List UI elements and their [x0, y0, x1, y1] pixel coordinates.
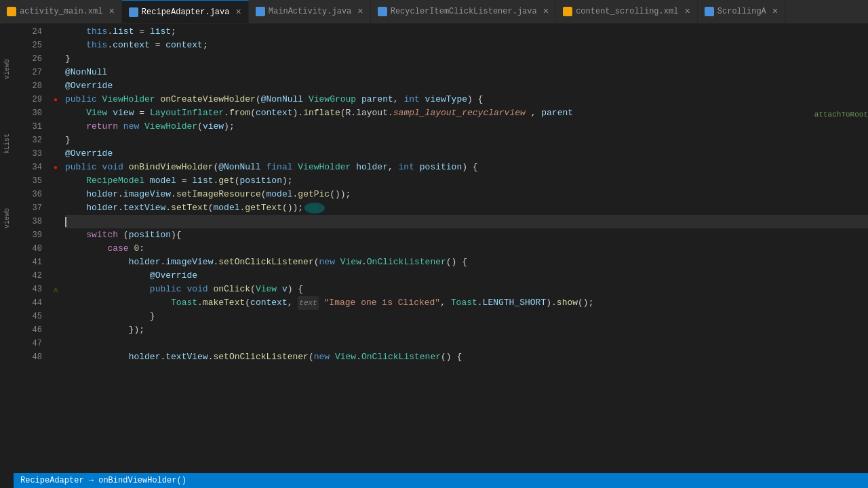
tab-label: content_scrolling.xml	[576, 7, 678, 16]
tab-recycler-listener[interactable]: RecyclerItemClickListener.java ×	[371, 0, 556, 24]
tab-label: RecipeAdapter.java	[142, 7, 230, 17]
xml-icon	[7, 7, 16, 16]
code-line-34: public void onBindViewHolder(@NonNull fi…	[65, 161, 868, 174]
sidebar-label-viewb: viewb	[3, 59, 11, 79]
code-line-48: holder.textView.setOnClickListener(new V…	[65, 350, 868, 364]
breakpoint-29[interactable]: ●	[49, 93, 62, 106]
code-line-44: Toast.makeText(context, text "Image one …	[65, 296, 868, 310]
close-icon[interactable]: ×	[684, 7, 690, 16]
code-line-32: }	[65, 134, 868, 147]
editor-container: viewb kList viewb 2425262728 2930313233 …	[0, 24, 868, 488]
tab-main-activity[interactable]: MainActivity.java ×	[249, 0, 371, 24]
close-icon[interactable]: ×	[235, 7, 241, 17]
warning-43[interactable]: ⚠	[49, 283, 62, 296]
tab-content-scrolling[interactable]: content_scrolling.xml ×	[556, 0, 698, 24]
code-area[interactable]: 2425262728 2930313233 3435363738 3940414…	[14, 24, 868, 488]
code-line-40: case 0:	[65, 242, 868, 256]
close-icon[interactable]: ×	[108, 7, 114, 16]
code-lines[interactable]: this.list = list; this.context = context…	[62, 24, 868, 473]
code-line-29: public ViewHolder onCreateViewHolder(@No…	[65, 93, 868, 106]
text-cursor	[65, 217, 66, 227]
code-line-28: @Override	[65, 79, 868, 93]
gutter-icons: ● ● ⚠	[49, 24, 62, 473]
code-line-24: this.list = list;	[65, 25, 868, 39]
code-line-25: this.context = context;	[65, 39, 868, 52]
close-icon[interactable]: ×	[772, 7, 778, 16]
line-numbers: 2425262728 2930313233 3435363738 3940414…	[14, 24, 49, 473]
tab-label: activity_main.xml	[20, 7, 102, 16]
tab-recipe-adapter[interactable]: RecipeAdapter.java ×	[122, 0, 249, 24]
code-line-42: @Override	[65, 269, 868, 283]
java-icon	[256, 7, 265, 16]
code-line-46: });	[65, 323, 868, 337]
code-line-37: holder.textView.setText(model.getText())…	[65, 201, 868, 215]
xml-icon	[563, 7, 572, 16]
java-icon	[378, 7, 387, 16]
code-line-33: @Override	[65, 147, 868, 161]
breadcrumb-text: RecipeAdapter → onBindViewHolder()	[20, 476, 186, 485]
tab-scrolling-a[interactable]: ScrollingA ×	[698, 0, 785, 24]
tab-activity-main[interactable]: activity_main.xml ×	[0, 0, 122, 24]
code-line-26: }	[65, 52, 868, 66]
tab-label: RecyclerItemClickListener.java	[391, 7, 537, 16]
code-line-43: public void onClick(View v) {	[65, 283, 868, 296]
tab-bar: activity_main.xml × RecipeAdapter.java ×…	[0, 0, 868, 24]
code-line-45: }	[65, 310, 868, 323]
code-line-27: @NonNull	[65, 66, 868, 79]
breadcrumb-bar: RecipeAdapter → onBindViewHolder()	[14, 473, 868, 488]
code-line-30: View view = LayoutInflater.from(context)…	[65, 106, 868, 120]
code-line-36: holder.imageView.setImageResource(model.…	[65, 188, 868, 201]
code-line-31: return new ViewHolder(view);	[65, 120, 868, 134]
sidebar-label-klist: kList	[3, 134, 11, 154]
code-line-35: RecipeModel model = list.get(position);	[65, 174, 868, 188]
close-icon[interactable]: ×	[357, 7, 363, 16]
close-icon[interactable]: ×	[543, 7, 549, 16]
tab-label: MainActivity.java	[269, 7, 351, 16]
code-line-47	[65, 337, 868, 350]
java-icon	[129, 7, 138, 17]
code-line-39: switch (position){	[65, 228, 868, 242]
code-line-38	[65, 215, 868, 228]
java-icon	[705, 7, 714, 16]
sidebar-label-viewb2: viewb	[3, 208, 11, 228]
left-sidebar: viewb kList viewb	[0, 24, 14, 488]
breakpoint-34[interactable]: ●	[49, 161, 62, 174]
code-content: 2425262728 2930313233 3435363738 3940414…	[14, 24, 868, 473]
tab-label: ScrollingA	[717, 7, 766, 16]
code-line-41: holder.imageView.setOnClickListener(new …	[65, 256, 868, 269]
